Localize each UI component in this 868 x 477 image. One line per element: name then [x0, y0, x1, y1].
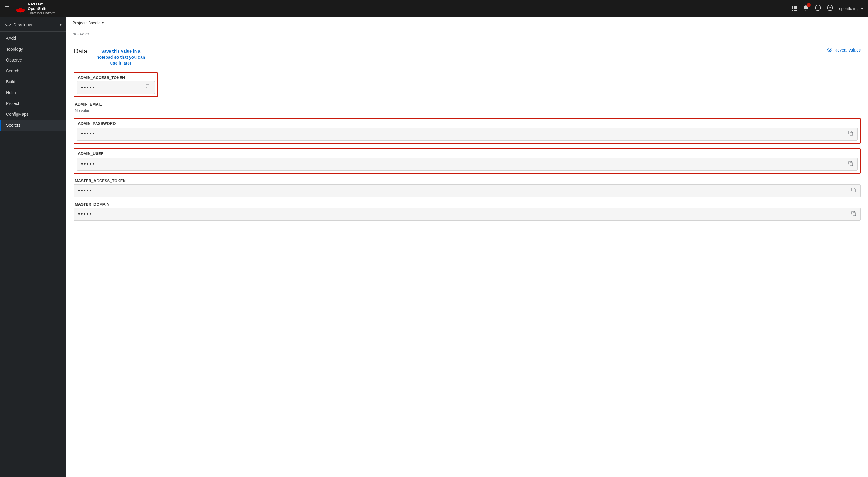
admin-user-value: ••••• — [81, 161, 95, 167]
admin-user-value-box: ••••• — [76, 158, 858, 171]
svg-rect-20 — [850, 162, 852, 165]
brand-line1: Red Hat — [28, 2, 56, 7]
field-admin-email: ADMIN_EMAIL No value — [73, 102, 861, 114]
admin-access-token-copy-icon[interactable] — [146, 85, 151, 91]
svg-rect-5 — [795, 6, 797, 7]
svg-rect-22 — [853, 213, 856, 216]
data-section-title: Data — [73, 47, 88, 55]
owner-bar: No owner — [66, 29, 868, 41]
admin-user-key: ADMIN_USER — [76, 151, 858, 156]
master-access-token-value: ••••• — [78, 188, 92, 194]
admin-password-outlined-box: ADMIN_PASSWORD ••••• — [73, 118, 861, 144]
field-master-domain: MASTER_DOMAIN ••••• — [73, 202, 861, 221]
developer-section-icon: </> — [5, 22, 11, 27]
svg-point-17 — [829, 49, 831, 51]
master-access-token-key: MASTER_ACCESS_TOKEN — [73, 179, 861, 183]
master-domain-key: MASTER_DOMAIN — [73, 202, 861, 206]
master-access-token-copy-icon[interactable] — [851, 188, 856, 194]
data-hint-text: Save this value in a notepad so that you… — [93, 49, 148, 66]
admin-user-copy-icon[interactable] — [848, 161, 853, 167]
admin-password-value: ••••• — [81, 131, 95, 137]
hamburger-menu-icon[interactable]: ☰ — [5, 5, 10, 12]
redhat-hat-icon — [16, 4, 25, 13]
master-domain-value-box: ••••• — [73, 208, 861, 221]
data-section-header: Data Save this value in a notepad so tha… — [73, 47, 861, 66]
apps-grid-icon[interactable] — [792, 6, 797, 11]
add-icon[interactable] — [815, 5, 821, 12]
admin-access-token-outlined-box: ADMIN_ACCESS_TOKEN ••••• — [73, 72, 158, 97]
sidebar-item-search[interactable]: Search — [0, 65, 66, 76]
brand-text: Red Hat OpenShift Container Platform — [28, 2, 56, 15]
sidebar-developer-section[interactable]: </> Developer ▾ — [0, 19, 66, 30]
project-bar: Project: 3scale ▾ — [66, 17, 868, 29]
field-admin-password: ADMIN_PASSWORD ••••• — [73, 118, 861, 144]
project-name-label: 3scale — [88, 21, 100, 25]
sidebar-section-chevron: ▾ — [60, 23, 62, 27]
brand-line3: Container Platform — [28, 11, 56, 15]
field-master-access-token: MASTER_ACCESS_TOKEN ••••• — [73, 179, 861, 197]
sidebar-item-builds[interactable]: Builds — [0, 76, 66, 87]
admin-password-copy-icon[interactable] — [848, 131, 853, 137]
field-admin-access-token: ADMIN_ACCESS_TOKEN ••••• — [73, 72, 861, 97]
user-menu[interactable]: opentlc-mgr ▾ — [839, 6, 863, 11]
svg-rect-11 — [795, 10, 797, 11]
sidebar-item-project[interactable]: Project — [0, 98, 66, 109]
sidebar-item-configmaps[interactable]: ConfigMaps — [0, 109, 66, 120]
admin-access-token-value: ••••• — [81, 85, 95, 91]
sidebar-item-observe[interactable]: Observe — [0, 55, 66, 65]
svg-rect-10 — [794, 10, 795, 11]
user-dropdown-arrow: ▾ — [861, 6, 863, 11]
admin-user-outlined-box: ADMIN_USER ••••• — [73, 148, 861, 174]
svg-rect-7 — [794, 8, 795, 9]
admin-password-key: ADMIN_PASSWORD — [76, 121, 858, 126]
admin-access-token-value-box: ••••• — [76, 81, 155, 94]
admin-email-no-value: No value — [73, 108, 861, 114]
username-label: opentlc-mgr — [839, 6, 860, 11]
main-content: Project: 3scale ▾ No owner Data Save thi… — [66, 17, 868, 477]
master-domain-copy-icon[interactable] — [851, 211, 856, 217]
svg-rect-8 — [795, 8, 797, 9]
svg-text:?: ? — [829, 6, 831, 10]
topnav: ☰ Red Hat OpenShift Container Platform — [0, 0, 868, 17]
notification-count-badge: 1 — [807, 3, 811, 7]
field-admin-user: ADMIN_USER ••••• — [73, 148, 861, 174]
svg-rect-6 — [792, 8, 793, 9]
svg-rect-3 — [792, 6, 793, 7]
master-domain-value: ••••• — [78, 211, 92, 217]
project-prefix-label: Project: — [72, 21, 87, 25]
brand-line2: OpenShift — [28, 6, 56, 11]
admin-email-key: ADMIN_EMAIL — [73, 102, 861, 106]
svg-rect-9 — [792, 10, 793, 11]
sidebar-item-topology[interactable]: Topology — [0, 44, 66, 55]
notification-bell-icon[interactable]: 1 — [803, 5, 809, 12]
eye-icon — [827, 47, 832, 53]
sidebar: </> Developer ▾ +Add Topology Observe Se… — [0, 17, 66, 477]
svg-rect-18 — [147, 86, 150, 89]
help-icon[interactable]: ? — [827, 5, 833, 12]
sidebar-item-helm[interactable]: Helm — [0, 87, 66, 98]
sidebar-item-secrets[interactable]: Secrets — [0, 120, 66, 131]
data-section: Data Save this value in a notepad so tha… — [66, 41, 868, 231]
admin-access-token-key: ADMIN_ACCESS_TOKEN — [76, 75, 155, 80]
svg-rect-21 — [853, 189, 856, 192]
master-access-token-value-box: ••••• — [73, 184, 861, 197]
sidebar-section-label: Developer — [13, 22, 33, 27]
reveal-values-label: Reveal values — [834, 47, 861, 53]
redhat-logo: Red Hat OpenShift Container Platform — [16, 2, 56, 15]
project-dropdown[interactable]: 3scale ▾ — [88, 21, 103, 25]
reveal-values-button[interactable]: Reveal values — [827, 47, 861, 53]
svg-rect-4 — [794, 6, 795, 7]
sidebar-divider — [0, 31, 66, 32]
project-dropdown-arrow: ▾ — [102, 21, 104, 25]
svg-rect-19 — [850, 132, 852, 135]
owner-label: No owner — [72, 32, 89, 36]
sidebar-item-add[interactable]: +Add — [0, 33, 66, 44]
admin-password-value-box: ••••• — [76, 128, 858, 140]
